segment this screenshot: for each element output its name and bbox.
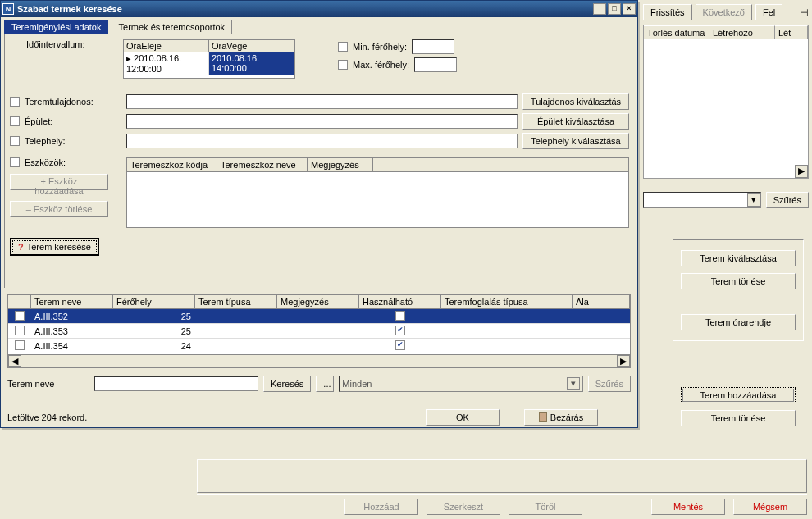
header-ala[interactable]: Ala	[573, 295, 630, 308]
min-cap-label: Min. férőhely:	[353, 42, 407, 52]
status-text: Letöltve 204 rekord.	[7, 412, 87, 422]
right-grid-body: ▶	[643, 39, 809, 179]
close-dialog-button[interactable]: Bezárás	[524, 409, 598, 426]
interval-grid[interactable]: OraEleje OraVege ▸ 2010.08.16. 12:00:00 …	[123, 39, 295, 79]
ok-button[interactable]: OK	[426, 409, 500, 426]
cell-cap: 25	[113, 311, 195, 322]
add-button[interactable]: Hozzáad	[344, 499, 418, 515]
header-usable[interactable]: Használható	[359, 295, 441, 308]
free-rooms-dialog: N Szabad termek keresése _ □ × Teremigén…	[0, 0, 638, 428]
interval-label: Időintervallum:	[10, 39, 118, 49]
cell-cap: 24	[113, 340, 195, 352]
scroll-left-icon[interactable]: ◀	[8, 355, 21, 367]
site-checkbox[interactable]	[10, 136, 20, 146]
tool-header-name: Teremeszköz neve	[217, 158, 308, 171]
refresh-button[interactable]: Frissítés	[643, 4, 692, 20]
table-row[interactable]: A.III.354 24	[8, 339, 630, 353]
search-button[interactable]: Keresés	[263, 376, 311, 392]
row-checkbox[interactable]	[15, 311, 25, 321]
bottom-frame	[197, 459, 807, 493]
header-capacity[interactable]: Férőhely	[113, 295, 195, 308]
max-cap-input[interactable]	[414, 57, 457, 72]
filter-button-2[interactable]: Szűrés	[588, 376, 631, 392]
row-checkbox[interactable]	[15, 326, 25, 335]
delete-room-button-1[interactable]: Terem törlése	[681, 273, 796, 289]
header-let[interactable]: Lét	[775, 25, 808, 39]
owner-input[interactable]	[126, 94, 518, 109]
header-end: OraVege	[209, 40, 294, 52]
edit-button[interactable]: Szerkeszt	[427, 499, 500, 515]
header-creator[interactable]: Létrehozó	[709, 25, 775, 39]
tab-request-data[interactable]: Teremigénylési adatok	[4, 20, 108, 34]
door-icon	[539, 412, 547, 422]
results-grid[interactable]: Terem neve Férőhely Terem típusa Megjegy…	[7, 294, 631, 368]
header-delete-date[interactable]: Törlés dátuma	[644, 25, 709, 39]
maximize-button[interactable]: □	[608, 3, 621, 15]
usable-checkbox	[395, 340, 405, 350]
delete-button[interactable]: Töröl	[509, 499, 582, 515]
tools-grid[interactable]: Teremeszköz kódja Teremeszköz neve Megje…	[126, 157, 629, 228]
pin-icon[interactable]: ⊣	[801, 7, 809, 18]
filter-combo[interactable]: ▾	[643, 192, 761, 208]
scroll-right-icon[interactable]: ▶	[795, 165, 808, 178]
tools-label: Eszközök:	[25, 157, 66, 167]
question-icon: ?	[18, 242, 24, 252]
min-cap-checkbox[interactable]	[338, 42, 348, 52]
cancel-button[interactable]: Mégsem	[733, 499, 807, 515]
delete-room-button-2[interactable]: Terem törlése	[681, 410, 796, 426]
search-label: Terem neve	[7, 379, 89, 389]
owner-checkbox[interactable]	[10, 97, 20, 107]
tool-header-code: Teremeszköz kódja	[127, 158, 217, 171]
header-note[interactable]: Megjegyzés	[277, 295, 359, 308]
save-button[interactable]: Mentés	[651, 499, 725, 515]
delete-tool-button[interactable]: – Eszköz törlése	[10, 201, 108, 217]
close-button[interactable]: ×	[623, 3, 636, 15]
cell-name: A.III.352	[31, 311, 113, 322]
header-checkbox[interactable]	[8, 295, 31, 308]
next-button[interactable]: Következő	[696, 4, 752, 20]
header-start: OraEleje	[124, 40, 209, 52]
building-input[interactable]	[126, 114, 518, 129]
header-room-type[interactable]: Terem típusa	[195, 295, 277, 308]
filter-combo-2[interactable]: Minden ▾	[339, 376, 582, 392]
interval-start-value: ▸ 2010.08.16. 12:00:00	[124, 52, 209, 75]
header-room-name[interactable]: Terem neve	[31, 295, 113, 308]
select-room-button[interactable]: Terem kiválasztása	[681, 250, 796, 266]
search-input[interactable]	[94, 376, 258, 391]
site-select-button[interactable]: Telephely kiválasztása	[522, 133, 629, 149]
owner-select-button[interactable]: Tulajdonos kiválasztás	[522, 93, 629, 110]
usable-checkbox	[395, 326, 405, 335]
owner-label: Teremtulajdonos:	[25, 97, 121, 107]
table-row[interactable]: A.III.352 25	[8, 309, 630, 324]
scroll-right-icon[interactable]: ▶	[617, 355, 630, 367]
window-title: Szabad termek keresése	[17, 4, 122, 14]
tools-checkbox[interactable]	[10, 157, 20, 167]
app-icon: N	[2, 3, 14, 15]
cell-name: A.III.354	[31, 340, 113, 352]
tab-rooms-groups[interactable]: Termek és teremcsoportok	[112, 20, 233, 34]
horizontal-scrollbar[interactable]: ◀ ▶	[8, 354, 630, 367]
max-cap-label: Max. férőhely:	[353, 60, 409, 70]
more-button[interactable]: ...	[316, 376, 334, 392]
table-row[interactable]: A.III.353 25	[8, 324, 630, 339]
up-button[interactable]: Fel	[755, 4, 782, 20]
interval-end-value: 2010.08.16. 14:00:00	[209, 52, 294, 75]
building-select-button[interactable]: Épület kiválasztása	[522, 113, 629, 130]
max-cap-checkbox[interactable]	[338, 60, 348, 70]
room-schedule-button[interactable]: Terem órarendje	[681, 314, 796, 330]
add-tool-button[interactable]: + Eszköz hozzáadása	[10, 174, 108, 190]
cell-cap: 25	[113, 326, 195, 337]
building-label: Épület:	[25, 116, 121, 126]
minimize-button[interactable]: _	[593, 3, 606, 15]
building-checkbox[interactable]	[10, 116, 20, 126]
cell-name: A.III.353	[31, 326, 113, 337]
filter-button[interactable]: Szűrés	[766, 192, 809, 208]
usable-checkbox	[395, 311, 405, 321]
right-column-headers: Törlés dátuma Létrehozó Lét	[643, 25, 809, 39]
row-checkbox[interactable]	[15, 340, 25, 350]
site-input[interactable]	[126, 134, 518, 148]
min-cap-input[interactable]	[412, 39, 454, 54]
add-room-button[interactable]: Terem hozzáadása	[681, 387, 796, 403]
search-room-button[interactable]: ? Terem keresése	[10, 238, 99, 256]
header-reservation-type[interactable]: Teremfoglalás típusa	[441, 295, 573, 308]
